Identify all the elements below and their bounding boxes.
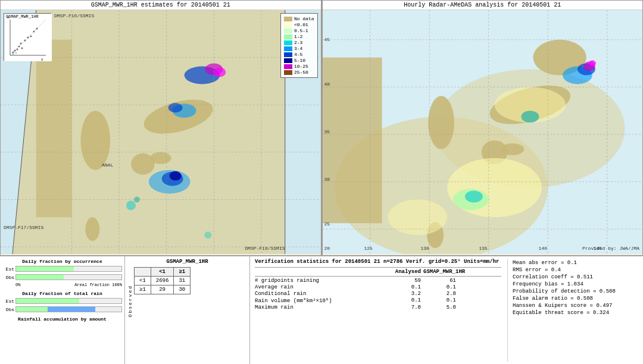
stats-label-2: Conditional rain — [255, 291, 386, 297]
axis-left-occurrence: 0% — [15, 283, 20, 287]
legend-label-2: 2-3 — [294, 40, 302, 45]
contingency-section: GSMAP_MWR_1HR Observed <1 ≥1 — [125, 256, 250, 364]
lon-125: 125 — [364, 246, 373, 251]
left-map-title: GSMAP_MWR_1HR estimates for 20140501 21 — [1, 1, 321, 10]
legend-item-3: 3-4 — [284, 46, 314, 51]
verification-title: Verification statistics for 20140501 21 … — [255, 259, 501, 265]
stats-label-3: Rain volume (mm*km²×10⁶) — [255, 297, 386, 304]
legend-label-1: 1-2 — [294, 34, 302, 39]
accumulation-chart-title: Rainfall accumulation by amount — [2, 316, 122, 322]
stats-row-3: Rain volume (mm*km²×10⁶) 0.1 0.1 — [255, 297, 501, 304]
contingency-row-header-ge1: ≥1 — [135, 285, 151, 294]
legend-box: No data <0.01 0.5-1 1-2 — [280, 13, 318, 78]
svg-point-37 — [17, 49, 18, 51]
legend-color-001 — [284, 23, 292, 27]
legend-color-10 — [284, 64, 292, 69]
svg-point-66 — [588, 61, 595, 67]
contingency-row-lt1: <1 2696 31 — [135, 277, 191, 285]
axis-right-occurrence: Areal fraction 100% — [74, 283, 122, 287]
legend-label-05: 0.5-1 — [294, 28, 308, 33]
legend-color-5 — [284, 58, 292, 63]
stats-estimate-3: 0.1 — [423, 297, 456, 304]
scatter-inset-toplabel: GSMAP_MWR_1HR — [6, 14, 39, 19]
legend-item-5: 5-10 — [284, 58, 314, 63]
right-map-content: 45 40 35 30 25 20 125 130 135 140 145 Pr… — [323, 10, 643, 254]
left-map-dmsp-f18-label: DMSP-F18/SSMIS — [245, 246, 285, 251]
svg-point-12 — [168, 103, 183, 112]
stats-analysed-4: 7.0 — [388, 305, 421, 310]
svg-rect-7 — [36, 40, 72, 218]
rain-est-row: Est — [2, 298, 122, 304]
svg-point-38 — [18, 46, 20, 48]
contingency-cell-d: 30 — [174, 285, 191, 294]
right-map-title: Hourly Radar-AMeDAS analysis for 2014050… — [323, 1, 643, 10]
stats-analysed-0: 59 — [388, 278, 421, 284]
stats-label-1: Average rain — [255, 284, 386, 290]
top-row: GSMAP_MWR_1HR estimates for 20140501 21 — [0, 0, 643, 256]
stats-label-0: # gridpoints raining — [255, 278, 386, 284]
lon-140: 140 — [539, 246, 547, 251]
stats-row-0: # gridpoints raining 59 61 — [255, 278, 501, 284]
occurrence-obs-row: Obs — [2, 274, 122, 280]
stat-line-4: Probability of detection = 0.508 — [513, 288, 638, 294]
svg-point-2 — [80, 111, 110, 170]
stats-row-4: Maximum rain 7.0 5.0 — [255, 305, 501, 310]
scatter-inset-svg: 8 8 — [4, 14, 52, 61]
rain-est-fill — [16, 299, 79, 303]
svg-point-16 — [126, 200, 136, 210]
stat-line-3: Frequency bias = 1.034 — [513, 281, 638, 287]
stat-line-7: Equitable threat score = 0.324 — [513, 310, 638, 316]
occurrence-est-fill — [16, 266, 74, 271]
legend-item-05: 0.5-1 — [284, 28, 314, 33]
lat-40: 40 — [324, 81, 330, 87]
legend-color-3 — [284, 46, 292, 51]
rain-obs-fill-green — [16, 307, 48, 312]
stats-analysed-1: 0.1 — [388, 284, 421, 290]
rain-obs-row: Obs — [2, 306, 122, 312]
stats-analysed-3: 0.1 — [388, 297, 421, 304]
anal-label: ANAL — [102, 162, 113, 168]
stats-estimate-1: 0.1 — [423, 284, 456, 290]
left-map-dmsp-f17-label: DMSP-F17/SSMIS — [4, 225, 43, 230]
stats-estimate-2: 2.8 — [423, 291, 456, 297]
lat-35: 35 — [324, 129, 330, 134]
stats-separator-2 — [255, 276, 501, 277]
main-container: GSMAP_MWR_1HR estimates for 20140501 21 — [0, 0, 643, 364]
stats-row-1: Average rain 0.1 0.1 — [255, 284, 501, 290]
right-map-svg — [323, 10, 643, 254]
svg-point-47 — [15, 52, 17, 54]
legend-item-1: 1-2 — [284, 34, 314, 39]
svg-point-44 — [33, 31, 35, 33]
left-map-panel: GSMAP_MWR_1HR estimates for 20140501 21 — [0, 0, 322, 256]
contingency-table: <1 ≥1 <1 2696 31 ≥1 — [134, 267, 191, 294]
legend-label-4: 4-5 — [294, 52, 302, 57]
legend-color-4 — [284, 52, 292, 57]
lat-45: 45 — [324, 37, 330, 42]
left-map-content: 8 8 GSMAP_MWR_1HR DMSP-F16/SSMIS DMSP-F1… — [1, 10, 321, 254]
contingency-cell-c: 29 — [151, 285, 174, 294]
occurrence-axis: 0% Areal fraction 100% — [2, 283, 122, 287]
svg-point-10 — [214, 68, 226, 77]
stat-line-5: False alarm ratio = 0.508 — [513, 296, 638, 302]
svg-point-35 — [13, 52, 14, 54]
legend-color-nodata — [284, 17, 292, 21]
svg-point-18 — [204, 231, 211, 239]
svg-point-42 — [27, 37, 29, 39]
lat-30: 30 — [324, 177, 330, 182]
legend-label-nodata: No data — [294, 16, 314, 21]
occurrence-obs-label: Obs — [2, 275, 14, 280]
occurrence-est-row: Est — [2, 266, 122, 272]
svg-rect-59 — [323, 58, 382, 224]
stats-right-panel: Mean abs error = 0.1 RMS error = 0.4 Cor… — [507, 259, 638, 362]
stats-analysed-2: 3.2 — [388, 291, 421, 297]
legend-label-001: <0.01 — [294, 22, 308, 27]
legend-color-25 — [284, 70, 292, 75]
stat-line-1: RMS error = 0.4 — [513, 267, 638, 273]
occurrence-obs-bar — [15, 274, 122, 280]
stats-header-row: Analysed GSMAP_MWR_1HR — [255, 269, 501, 275]
stats-estimate-4: 5.0 — [423, 305, 456, 310]
svg-point-36 — [14, 50, 16, 52]
svg-point-43 — [30, 36, 32, 37]
legend-item-4: 4-5 — [284, 52, 314, 57]
legend-label-5: 5-10 — [294, 58, 305, 63]
